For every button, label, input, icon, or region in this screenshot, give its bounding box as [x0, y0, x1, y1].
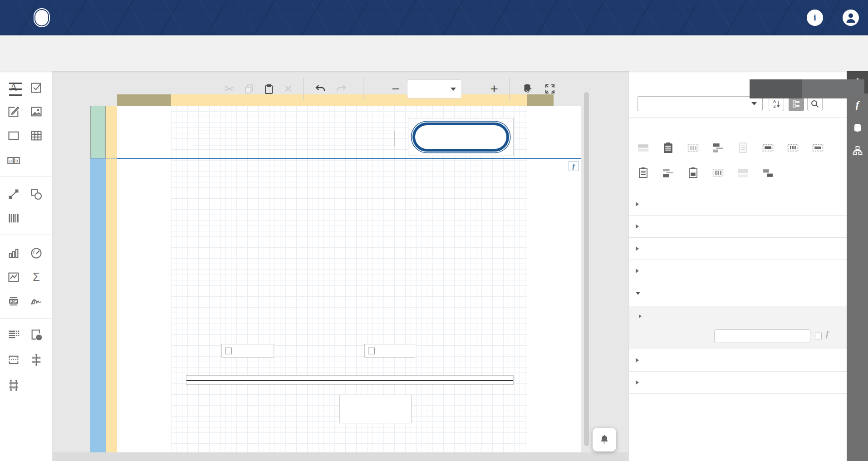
- band-columns-footer[interactable]: [712, 167, 724, 179]
- chevron-right-icon: [636, 224, 639, 229]
- report-tree-rail-tab[interactable]: [847, 139, 868, 162]
- palette-divider: [0, 176, 53, 177]
- zoom-level-dropdown[interactable]: [407, 79, 462, 98]
- undo-icon[interactable]: [310, 79, 330, 99]
- rectangle-tool[interactable]: [6, 128, 21, 143]
- shapes-tool[interactable]: [29, 186, 44, 202]
- band-label-topmargin[interactable]: [90, 106, 106, 158]
- fullscreen-button[interactable]: [540, 79, 560, 99]
- report-checkbox-2[interactable]: [364, 344, 415, 358]
- report-text-component[interactable]: [193, 131, 395, 146]
- pdf-icon: PDF: [7, 295, 20, 308]
- delete-icon[interactable]: ✕: [278, 79, 298, 99]
- section-stile[interactable]: [629, 216, 847, 237]
- section-layout[interactable]: [629, 372, 847, 393]
- section-design[interactable]: [629, 349, 847, 371]
- checkbox-tool[interactable]: [29, 80, 44, 95]
- band-empty[interactable]: [737, 167, 749, 179]
- user-avatar-button[interactable]: [843, 10, 859, 26]
- database-check-icon: [522, 83, 534, 95]
- shapes-icon: [30, 188, 43, 201]
- cut-icon[interactable]: ✂: [220, 79, 240, 99]
- image-tool[interactable]: [29, 104, 44, 119]
- band-group-header[interactable]: [712, 142, 724, 154]
- notifications-button[interactable]: [593, 428, 616, 451]
- character-comb-tool[interactable]: ab: [6, 153, 21, 168]
- signature-tool[interactable]: [29, 294, 44, 309]
- datasource-rail-tab[interactable]: [847, 117, 868, 139]
- band-page-footer-lines[interactable]: [637, 167, 649, 179]
- cross-band-tool[interactable]: [6, 377, 21, 392]
- menu-button[interactable]: [5, 79, 25, 99]
- band-group-footer[interactable]: [662, 167, 674, 179]
- band-page-light[interactable]: [737, 142, 749, 154]
- line-tool[interactable]: [6, 186, 21, 202]
- math-formula-tool[interactable]: Σ: [29, 270, 44, 285]
- section-verhalten[interactable]: [629, 260, 847, 282]
- band-child[interactable]: [762, 167, 774, 179]
- properties-panel: A Z: [628, 71, 847, 461]
- redo-icon[interactable]: [331, 79, 351, 99]
- design-tab[interactable]: [750, 79, 802, 98]
- pdf-tool[interactable]: PDF: [6, 294, 21, 309]
- sort-az-icon: A Z: [771, 99, 781, 109]
- band-data-alt[interactable]: [812, 142, 824, 154]
- chevron-down-icon: [451, 88, 456, 91]
- section-detail-tasks[interactable]: [629, 193, 847, 215]
- svg-text:i: i: [39, 335, 40, 340]
- sparkline-tool[interactable]: [6, 270, 21, 285]
- validate-data-button[interactable]: [518, 79, 538, 99]
- band-report-title[interactable]: [637, 142, 649, 154]
- margin-selection-dash: [117, 106, 171, 110]
- vertical-scrollbar[interactable]: [584, 92, 589, 446]
- vorschau-tab[interactable]: [802, 79, 864, 98]
- report-barcode-component[interactable]: [339, 395, 412, 423]
- horizontal-scrollbar-track[interactable]: [53, 452, 628, 461]
- band-columns-header[interactable]: [687, 142, 699, 154]
- section-felder-sortieren[interactable]: [629, 305, 847, 327]
- band-data-columns[interactable]: [787, 142, 799, 154]
- anhang-fx-button[interactable]: f: [826, 329, 829, 339]
- app-header: i: [0, 0, 868, 35]
- cross-band-icon: [7, 378, 20, 391]
- checkbox-square: [368, 348, 375, 354]
- svg-text:A: A: [773, 99, 776, 104]
- band-page-header[interactable]: [662, 142, 674, 154]
- barcode-tool[interactable]: [6, 211, 21, 226]
- band-page-footer-block[interactable]: [687, 167, 699, 179]
- tree-icon: [852, 145, 863, 156]
- section-daten[interactable]: [629, 282, 847, 304]
- copy-icon[interactable]: [239, 79, 259, 99]
- panel-divider: [629, 117, 847, 118]
- band-data[interactable]: [762, 142, 774, 154]
- report-checkbox-1[interactable]: [221, 344, 274, 358]
- page-break-tool[interactable]: [6, 352, 21, 368]
- section-erscheinungsbild[interactable]: [629, 238, 847, 260]
- horizontal-line: [186, 380, 513, 381]
- band-label-detail-selected[interactable]: [90, 158, 106, 452]
- anhang-input[interactable]: [714, 329, 810, 343]
- zoom-in-button[interactable]: +: [484, 79, 504, 99]
- sigma-icon: Σ: [30, 271, 43, 284]
- rich-text-tool[interactable]: [6, 104, 21, 119]
- data-list-tool[interactable]: [6, 327, 21, 343]
- info-icon: i: [814, 13, 816, 23]
- report-logo-component[interactable]: [408, 118, 514, 156]
- paste-icon[interactable]: [259, 79, 279, 99]
- zoom-out-button[interactable]: −: [386, 79, 406, 99]
- band-fx-button[interactable]: f: [569, 161, 579, 171]
- distribute-tool[interactable]: [29, 352, 44, 368]
- gauge-tool[interactable]: [29, 245, 44, 261]
- band-separator-line[interactable]: [117, 158, 581, 159]
- table-tool[interactable]: [29, 128, 44, 143]
- report-line-component[interactable]: [186, 375, 514, 385]
- chart-tool[interactable]: [6, 245, 21, 261]
- info-button[interactable]: i: [807, 10, 823, 26]
- report-table-component[interactable]: [190, 185, 481, 196]
- line-icon: [7, 188, 20, 201]
- design-canvas[interactable]: f: [53, 71, 628, 461]
- page-info-tool[interactable]: i: [29, 327, 44, 343]
- palette-divider: [0, 318, 53, 319]
- anhang-checkbox[interactable]: [815, 333, 822, 339]
- component-selector-dropdown[interactable]: [637, 96, 763, 111]
